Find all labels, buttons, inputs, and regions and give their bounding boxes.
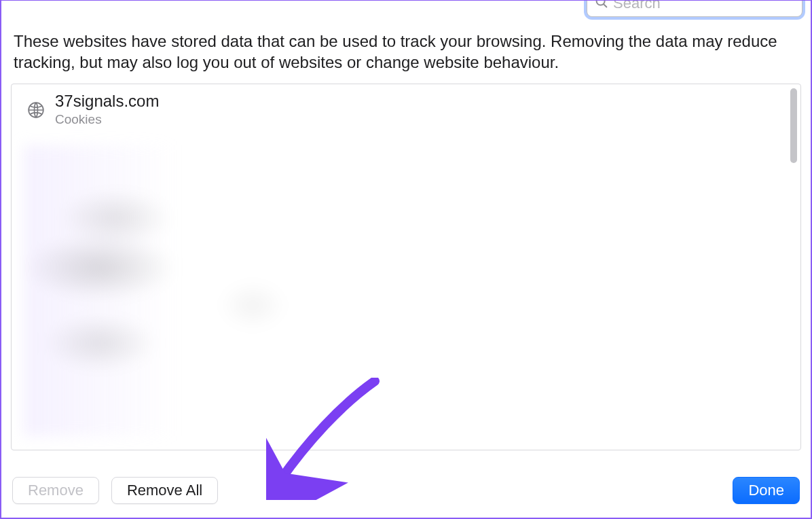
site-detail: Cookies <box>55 112 159 127</box>
scrollbar[interactable] <box>790 88 798 446</box>
done-button[interactable]: Done <box>733 477 800 504</box>
search-field[interactable] <box>587 0 802 17</box>
dialog-footer: Remove Remove All Done <box>12 477 800 504</box>
website-data-list: 37signals.com Cookies <box>11 84 801 450</box>
search-icon <box>594 0 613 12</box>
remove-all-button[interactable]: Remove All <box>111 477 218 504</box>
redacted-list-area <box>24 145 787 436</box>
globe-icon <box>26 101 45 120</box>
scrollbar-thumb[interactable] <box>790 88 797 163</box>
svg-line-1 <box>604 4 606 7</box>
search-input[interactable] <box>613 0 795 12</box>
remove-button[interactable]: Remove <box>12 477 99 504</box>
site-domain: 37signals.com <box>55 92 159 110</box>
list-item[interactable]: 37signals.com Cookies <box>12 84 800 132</box>
description-text: These websites have stored data that can… <box>11 31 801 73</box>
